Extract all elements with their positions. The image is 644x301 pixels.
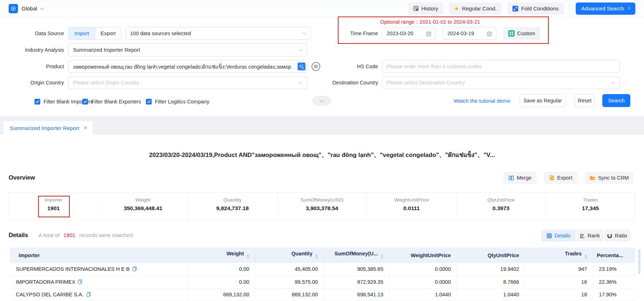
view-rank-button[interactable]: Rank: [576, 230, 603, 242]
importer-name-cell[interactable]: CALYPSO DEL CARIBE S.A.: [10, 288, 188, 301]
checkbox-label: Filter Logitics Company: [155, 99, 210, 105]
custom-grid-icon: [508, 30, 515, 37]
search-panel: Optional range：2021-01-01 to 2024-03-21 …: [0, 17, 644, 116]
stat-label: Importer: [9, 197, 98, 203]
filter-blank-exporters-checkbox[interactable]: Filter Blank Exporters: [82, 96, 141, 107]
close-icon[interactable]: ✕: [83, 125, 88, 131]
table-row[interactable]: IMPORTADORA PRIMEX 0.00 99,575.00 872,92…: [10, 275, 635, 288]
col-sum-of-money[interactable]: SumOfMoney(U...: [324, 247, 389, 263]
view-ratio-button[interactable]: Ratio: [604, 230, 630, 242]
search-button[interactable]: Search: [602, 94, 630, 107]
region-selector[interactable]: Global: [9, 4, 43, 13]
weight-unit-price-cell: 1.0440: [389, 288, 457, 301]
industry-analysis-select[interactable]: Summarized Importer Report: [68, 43, 307, 56]
stat-weight-unit-price: WeightUnitPrice 0.0111: [367, 193, 456, 220]
sort-icon[interactable]: [381, 253, 383, 260]
sort-icon[interactable]: [315, 253, 318, 260]
star-icon: ★: [454, 6, 459, 11]
hs-code-input[interactable]: [382, 60, 620, 73]
sort-icon[interactable]: [247, 253, 249, 260]
col-trades[interactable]: Trades: [525, 247, 593, 263]
destination-country-select[interactable]: Please select Destination Country: [382, 76, 620, 89]
sync-to-crm-button[interactable]: Sync to CRM: [585, 172, 633, 184]
table-row[interactable]: SUPERMERCADOS INTERNACIONALES H E B 0.00…: [10, 263, 635, 275]
weight-cell: 0.00: [188, 275, 255, 288]
divider: [570, 5, 570, 13]
col-percentage: Percenta...: [593, 247, 635, 263]
col-importer: Importer: [10, 247, 188, 263]
table-row[interactable]: CALYPSO DEL CARIBE S.A. 669,132.00 669,1…: [10, 288, 635, 301]
stat-value: 350,369,448.41: [98, 205, 188, 212]
details-summary-suffix: records were matched: [79, 232, 133, 238]
history-button[interactable]: History: [408, 3, 443, 15]
export-icon: [549, 175, 555, 181]
export-toggle[interactable]: Export: [95, 27, 121, 40]
merge-button[interactable]: Merge: [503, 172, 537, 184]
fold-conditions-button[interactable]: Fold Conditions: [507, 3, 564, 15]
view-details-button[interactable]: Details: [541, 230, 576, 242]
col-qty-unit-price: QtyUnitPrice: [457, 247, 525, 263]
view-rank-label: Rank: [588, 233, 600, 239]
quantity-cell: 669,132.00: [255, 288, 324, 301]
copy-icon[interactable]: [86, 292, 91, 297]
stat-trades: Trades 17,345: [546, 193, 635, 220]
tab-summarized-importer-report[interactable]: Summarized Importer Report ✕: [3, 121, 93, 135]
sort-icon[interactable]: [584, 253, 587, 260]
checkbox-label: Filter Blank Exporters: [91, 99, 141, 105]
quantity-cell: 45,405.00: [255, 263, 324, 275]
details-heading: Details: [9, 232, 28, 239]
date-start-input[interactable]: 2023-03-20: [382, 27, 436, 40]
advanced-search-label: Advanced Search: [581, 5, 624, 11]
trades-cell: 16: [525, 275, 593, 288]
history-label: History: [422, 5, 438, 11]
rank-bars-icon: [580, 233, 585, 239]
filter-logistics-company-checkbox[interactable]: Filter Logitics Company: [146, 96, 210, 107]
export-button[interactable]: Export: [544, 172, 577, 184]
date-end-input[interactable]: 2024-03-19: [443, 27, 496, 40]
sum-of-money-cell: 872,929.35: [324, 275, 389, 288]
custom-range-button[interactable]: Custom: [503, 27, 540, 40]
tutorial-link[interactable]: Watch the tutorial demo: [454, 98, 510, 104]
checkbox-check-icon: [82, 99, 88, 105]
region-label: Global: [22, 5, 37, 11]
stat-label: Trades: [546, 197, 635, 203]
col-quantity[interactable]: Quantity: [255, 247, 324, 263]
trades-cell: 18: [525, 288, 593, 301]
regular-cond-button[interactable]: ★ Regular Cond.: [449, 3, 502, 15]
copy-icon[interactable]: [132, 266, 137, 272]
data-sources-value: 100 data sources selected: [130, 31, 191, 36]
weight-cell: 0.00: [188, 263, 255, 275]
collapse-conditions-button[interactable]: [312, 96, 331, 106]
stat-qty-unit-price: QtyUnitPrice 0.3973: [456, 193, 546, 220]
table-scrollbar[interactable]: [638, 249, 640, 274]
origin-country-label: Origin Country: [0, 80, 64, 85]
regular-cond-label: Regular Cond.: [462, 5, 497, 11]
save-as-regular-button[interactable]: Save as Regular: [520, 94, 566, 107]
weight-unit-price-cell: 0.0000: [389, 275, 457, 288]
importer-name-cell[interactable]: SUPERMERCADOS INTERNACIONALES H E B: [10, 263, 188, 275]
stat-value: 0.0111: [367, 205, 456, 212]
col-weight[interactable]: Weight: [188, 247, 255, 263]
calendar-icon: [426, 31, 432, 37]
view-ratio-label: Ratio: [615, 233, 627, 239]
chevron-down-icon: [611, 80, 615, 84]
percentage-cell: 17.90%: [593, 288, 635, 301]
stat-label: QtyUnitPrice: [456, 197, 546, 203]
stat-weight: Weight 350,369,448.41: [98, 193, 188, 220]
report-content: 2023/03/20-2024/03/19,Product AND"заморо…: [0, 135, 644, 301]
import-toggle[interactable]: Import: [69, 27, 95, 40]
qty-unit-price-cell: 8.7666: [457, 275, 525, 288]
weight-unit-price-cell: 0.0000: [389, 263, 457, 275]
stat-importer: Importer 1901: [9, 193, 98, 220]
stat-value: 17,345: [546, 205, 635, 212]
export-label: Export: [557, 175, 572, 181]
chevron-down-icon: [299, 47, 303, 51]
reset-button[interactable]: Reset: [575, 94, 595, 107]
importer-name-cell[interactable]: IMPORTADORA PRIMEX: [10, 275, 188, 288]
report-title: 2023/03/20-2024/03/19,Product AND"заморо…: [0, 150, 644, 159]
chevron-down-icon: [319, 98, 323, 102]
advanced-search-button[interactable]: Advanced Search: [576, 3, 635, 15]
product-label: Product: [0, 64, 64, 69]
copy-icon[interactable]: [78, 279, 82, 284]
history-icon: [413, 6, 419, 11]
